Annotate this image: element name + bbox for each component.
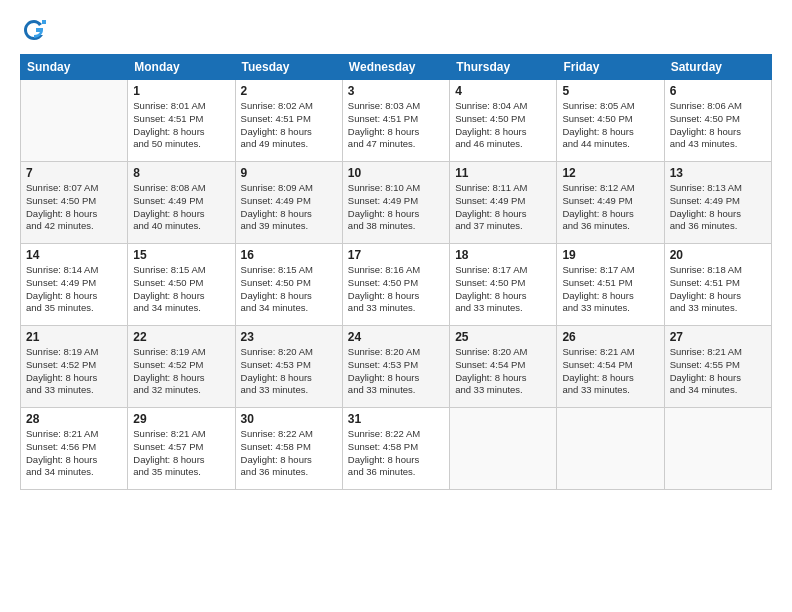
calendar-cell: 16Sunrise: 8:15 AMSunset: 4:50 PMDayligh… <box>235 244 342 326</box>
day-number: 25 <box>455 330 551 344</box>
day-info: Sunrise: 8:02 AMSunset: 4:51 PMDaylight:… <box>241 100 337 151</box>
day-info: Sunrise: 8:17 AMSunset: 4:51 PMDaylight:… <box>562 264 658 315</box>
calendar-cell: 9Sunrise: 8:09 AMSunset: 4:49 PMDaylight… <box>235 162 342 244</box>
day-info: Sunrise: 8:07 AMSunset: 4:50 PMDaylight:… <box>26 182 122 233</box>
calendar-cell: 25Sunrise: 8:20 AMSunset: 4:54 PMDayligh… <box>450 326 557 408</box>
day-info: Sunrise: 8:05 AMSunset: 4:50 PMDaylight:… <box>562 100 658 151</box>
calendar-cell: 10Sunrise: 8:10 AMSunset: 4:49 PMDayligh… <box>342 162 449 244</box>
day-number: 3 <box>348 84 444 98</box>
logo <box>20 16 52 44</box>
calendar-cell: 15Sunrise: 8:15 AMSunset: 4:50 PMDayligh… <box>128 244 235 326</box>
day-number: 1 <box>133 84 229 98</box>
calendar-cell <box>21 80 128 162</box>
weekday-header: Saturday <box>664 55 771 80</box>
calendar-cell: 23Sunrise: 8:20 AMSunset: 4:53 PMDayligh… <box>235 326 342 408</box>
calendar-cell: 26Sunrise: 8:21 AMSunset: 4:54 PMDayligh… <box>557 326 664 408</box>
day-info: Sunrise: 8:20 AMSunset: 4:54 PMDaylight:… <box>455 346 551 397</box>
weekday-header: Friday <box>557 55 664 80</box>
day-number: 8 <box>133 166 229 180</box>
day-info: Sunrise: 8:15 AMSunset: 4:50 PMDaylight:… <box>133 264 229 315</box>
day-info: Sunrise: 8:22 AMSunset: 4:58 PMDaylight:… <box>348 428 444 479</box>
calendar-cell: 13Sunrise: 8:13 AMSunset: 4:49 PMDayligh… <box>664 162 771 244</box>
day-info: Sunrise: 8:19 AMSunset: 4:52 PMDaylight:… <box>26 346 122 397</box>
day-info: Sunrise: 8:14 AMSunset: 4:49 PMDaylight:… <box>26 264 122 315</box>
calendar-cell: 20Sunrise: 8:18 AMSunset: 4:51 PMDayligh… <box>664 244 771 326</box>
calendar-cell <box>450 408 557 490</box>
weekday-header: Sunday <box>21 55 128 80</box>
day-info: Sunrise: 8:19 AMSunset: 4:52 PMDaylight:… <box>133 346 229 397</box>
calendar-cell: 5Sunrise: 8:05 AMSunset: 4:50 PMDaylight… <box>557 80 664 162</box>
calendar-cell: 12Sunrise: 8:12 AMSunset: 4:49 PMDayligh… <box>557 162 664 244</box>
day-number: 10 <box>348 166 444 180</box>
calendar-cell: 30Sunrise: 8:22 AMSunset: 4:58 PMDayligh… <box>235 408 342 490</box>
calendar-cell: 21Sunrise: 8:19 AMSunset: 4:52 PMDayligh… <box>21 326 128 408</box>
calendar-cell: 24Sunrise: 8:20 AMSunset: 4:53 PMDayligh… <box>342 326 449 408</box>
calendar-cell <box>557 408 664 490</box>
calendar-cell: 3Sunrise: 8:03 AMSunset: 4:51 PMDaylight… <box>342 80 449 162</box>
day-number: 15 <box>133 248 229 262</box>
day-info: Sunrise: 8:13 AMSunset: 4:49 PMDaylight:… <box>670 182 766 233</box>
day-info: Sunrise: 8:06 AMSunset: 4:50 PMDaylight:… <box>670 100 766 151</box>
day-number: 18 <box>455 248 551 262</box>
calendar-cell: 8Sunrise: 8:08 AMSunset: 4:49 PMDaylight… <box>128 162 235 244</box>
day-info: Sunrise: 8:16 AMSunset: 4:50 PMDaylight:… <box>348 264 444 315</box>
calendar-cell: 4Sunrise: 8:04 AMSunset: 4:50 PMDaylight… <box>450 80 557 162</box>
calendar-cell: 28Sunrise: 8:21 AMSunset: 4:56 PMDayligh… <box>21 408 128 490</box>
weekday-header: Wednesday <box>342 55 449 80</box>
day-number: 17 <box>348 248 444 262</box>
day-number: 6 <box>670 84 766 98</box>
day-info: Sunrise: 8:20 AMSunset: 4:53 PMDaylight:… <box>348 346 444 397</box>
day-info: Sunrise: 8:11 AMSunset: 4:49 PMDaylight:… <box>455 182 551 233</box>
day-info: Sunrise: 8:03 AMSunset: 4:51 PMDaylight:… <box>348 100 444 151</box>
day-number: 31 <box>348 412 444 426</box>
day-number: 23 <box>241 330 337 344</box>
svg-marker-0 <box>42 20 46 24</box>
day-info: Sunrise: 8:21 AMSunset: 4:54 PMDaylight:… <box>562 346 658 397</box>
day-info: Sunrise: 8:18 AMSunset: 4:51 PMDaylight:… <box>670 264 766 315</box>
day-info: Sunrise: 8:21 AMSunset: 4:57 PMDaylight:… <box>133 428 229 479</box>
calendar-cell: 29Sunrise: 8:21 AMSunset: 4:57 PMDayligh… <box>128 408 235 490</box>
calendar-cell: 11Sunrise: 8:11 AMSunset: 4:49 PMDayligh… <box>450 162 557 244</box>
day-info: Sunrise: 8:09 AMSunset: 4:49 PMDaylight:… <box>241 182 337 233</box>
day-info: Sunrise: 8:12 AMSunset: 4:49 PMDaylight:… <box>562 182 658 233</box>
calendar-cell: 22Sunrise: 8:19 AMSunset: 4:52 PMDayligh… <box>128 326 235 408</box>
day-number: 29 <box>133 412 229 426</box>
day-number: 7 <box>26 166 122 180</box>
day-number: 28 <box>26 412 122 426</box>
day-info: Sunrise: 8:04 AMSunset: 4:50 PMDaylight:… <box>455 100 551 151</box>
day-number: 12 <box>562 166 658 180</box>
day-info: Sunrise: 8:08 AMSunset: 4:49 PMDaylight:… <box>133 182 229 233</box>
calendar-cell: 2Sunrise: 8:02 AMSunset: 4:51 PMDaylight… <box>235 80 342 162</box>
day-info: Sunrise: 8:01 AMSunset: 4:51 PMDaylight:… <box>133 100 229 151</box>
day-number: 30 <box>241 412 337 426</box>
day-number: 5 <box>562 84 658 98</box>
day-number: 9 <box>241 166 337 180</box>
day-info: Sunrise: 8:21 AMSunset: 4:56 PMDaylight:… <box>26 428 122 479</box>
calendar-cell: 6Sunrise: 8:06 AMSunset: 4:50 PMDaylight… <box>664 80 771 162</box>
calendar-cell: 18Sunrise: 8:17 AMSunset: 4:50 PMDayligh… <box>450 244 557 326</box>
weekday-header: Tuesday <box>235 55 342 80</box>
day-number: 24 <box>348 330 444 344</box>
day-info: Sunrise: 8:20 AMSunset: 4:53 PMDaylight:… <box>241 346 337 397</box>
calendar-cell: 31Sunrise: 8:22 AMSunset: 4:58 PMDayligh… <box>342 408 449 490</box>
day-number: 14 <box>26 248 122 262</box>
calendar-cell: 14Sunrise: 8:14 AMSunset: 4:49 PMDayligh… <box>21 244 128 326</box>
day-info: Sunrise: 8:17 AMSunset: 4:50 PMDaylight:… <box>455 264 551 315</box>
day-number: 21 <box>26 330 122 344</box>
day-number: 11 <box>455 166 551 180</box>
calendar-cell <box>664 408 771 490</box>
day-number: 20 <box>670 248 766 262</box>
day-info: Sunrise: 8:10 AMSunset: 4:49 PMDaylight:… <box>348 182 444 233</box>
calendar-cell: 19Sunrise: 8:17 AMSunset: 4:51 PMDayligh… <box>557 244 664 326</box>
calendar-cell: 17Sunrise: 8:16 AMSunset: 4:50 PMDayligh… <box>342 244 449 326</box>
day-info: Sunrise: 8:21 AMSunset: 4:55 PMDaylight:… <box>670 346 766 397</box>
day-number: 13 <box>670 166 766 180</box>
weekday-header: Thursday <box>450 55 557 80</box>
day-number: 27 <box>670 330 766 344</box>
day-number: 4 <box>455 84 551 98</box>
day-number: 2 <box>241 84 337 98</box>
calendar-cell: 27Sunrise: 8:21 AMSunset: 4:55 PMDayligh… <box>664 326 771 408</box>
day-info: Sunrise: 8:22 AMSunset: 4:58 PMDaylight:… <box>241 428 337 479</box>
day-info: Sunrise: 8:15 AMSunset: 4:50 PMDaylight:… <box>241 264 337 315</box>
calendar-cell: 7Sunrise: 8:07 AMSunset: 4:50 PMDaylight… <box>21 162 128 244</box>
